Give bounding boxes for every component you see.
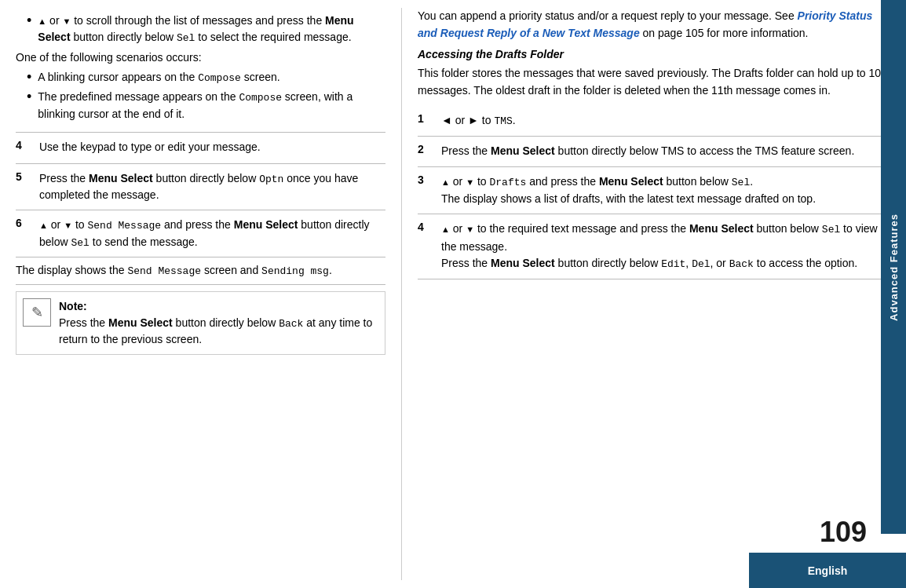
right-step-3-content: ▲ or ▼ to Drafts and press the Menu Sele… xyxy=(441,173,890,208)
page-container: • ▲ or ▼ to scroll through the list of m… xyxy=(0,0,906,588)
left-column: • ▲ or ▼ to scroll through the list of m… xyxy=(0,8,402,580)
step-5-row: 5 Press the Menu Select button directly … xyxy=(16,164,385,211)
right-column: You can append a priority status and/or … xyxy=(402,8,906,580)
right-step-2-number: 2 xyxy=(418,143,435,160)
pencil-icon: ✎ xyxy=(31,304,43,321)
scenario-label: One of the following scenarios occurs: xyxy=(16,49,385,66)
bullet-icon: • xyxy=(27,69,31,86)
drafts-folder-header: Accessing the Drafts Folder xyxy=(418,48,890,60)
bottom-bar-label: English xyxy=(808,564,848,577)
right-step-3-row: 3 ▲ or ▼ to Drafts and press the Menu Se… xyxy=(418,167,890,215)
right-step-4-row: 4 ▲ or ▼ to the required text message an… xyxy=(418,214,890,279)
note-icon: ✎ xyxy=(23,298,51,327)
step-6-content: ▲ or ▼ to Send Message and press the Men… xyxy=(39,217,385,250)
right-step-3-number: 3 xyxy=(418,173,435,208)
step-6-number: 6 xyxy=(16,217,33,250)
note-box: ✎ Note: Press the Menu Select button dir… xyxy=(16,291,385,356)
step-4-number: 4 xyxy=(16,139,33,157)
bottom-bar: English xyxy=(749,553,906,588)
right-step-4-number: 4 xyxy=(418,221,435,272)
right-step-2-content: Press the Menu Select button directly be… xyxy=(441,143,890,160)
step-5-content: Press the Menu Select button directly be… xyxy=(39,170,385,204)
right-step-1-row: 1 ◄ or ► to TMS. xyxy=(418,106,890,137)
bullet-icon: • xyxy=(27,89,31,106)
right-step-2-row: 2 Press the Menu Select button directly … xyxy=(418,137,890,167)
page-number: 109 xyxy=(820,516,867,549)
right-step-1-number: 1 xyxy=(418,112,435,130)
vertical-tab: Advanced Features xyxy=(881,0,906,534)
bullet-text: A blinking cursor appears on the Compose… xyxy=(38,69,279,86)
bullet-icon: • xyxy=(27,13,31,30)
vertical-tab-label: Advanced Features xyxy=(888,214,900,321)
bullet-text: ▲ or ▼ to scroll through the list of mes… xyxy=(38,13,385,46)
display-note: The display shows the Send Message scree… xyxy=(16,257,385,285)
list-item: • A blinking cursor appears on the Compo… xyxy=(27,69,385,86)
top-bullet-section: • ▲ or ▼ to scroll through the list of m… xyxy=(16,8,385,133)
step-4-row: 4 Use the keypad to type or edit your me… xyxy=(16,133,385,164)
main-content: • ▲ or ▼ to scroll through the list of m… xyxy=(0,0,906,588)
right-step-4-content: ▲ or ▼ to the required text message and … xyxy=(441,221,890,272)
step-6-row: 6 ▲ or ▼ to Send Message and press the M… xyxy=(16,210,385,257)
right-step-1-content: ◄ or ► to TMS. xyxy=(441,112,890,130)
bullet-text: The predefined message appears on the Co… xyxy=(38,89,385,122)
note-content: Note: Press the Menu Select button direc… xyxy=(59,298,378,349)
step-5-number: 5 xyxy=(16,170,33,204)
list-item: • The predefined message appears on the … xyxy=(27,89,385,122)
step-4-content: Use the keypad to type or edit your mess… xyxy=(39,139,385,157)
drafts-para: This folder stores the messages that wer… xyxy=(418,65,890,99)
right-intro-para: You can append a priority status and/or … xyxy=(418,8,890,42)
priority-status-link[interactable]: Priority Status and Request Reply of a N… xyxy=(418,9,872,39)
list-item: • ▲ or ▼ to scroll through the list of m… xyxy=(27,13,385,46)
